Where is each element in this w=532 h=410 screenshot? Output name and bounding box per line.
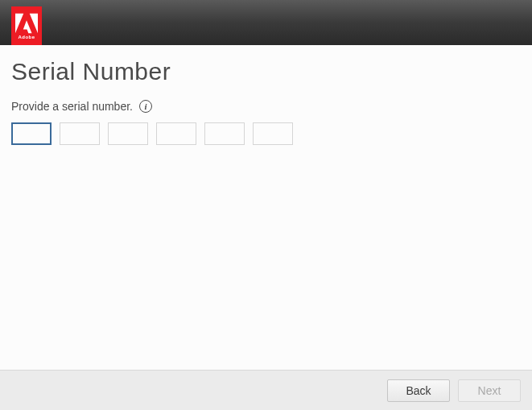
prompt-row: Provide a serial number. [11,100,521,113]
main-content: Serial Number Provide a serial number. [0,45,532,145]
info-icon[interactable] [139,100,152,113]
serial-field-3[interactable] [108,122,148,145]
page-title: Serial Number [11,58,521,85]
serial-field-2[interactable] [60,122,100,145]
serial-field-5[interactable] [204,122,245,145]
serial-input-group [11,122,521,145]
prompt-text: Provide a serial number. [11,100,133,113]
adobe-a-icon [15,13,38,34]
serial-field-6[interactable] [253,122,293,145]
back-button[interactable]: Back [387,379,450,402]
serial-field-4[interactable] [156,122,196,145]
serial-field-1[interactable] [11,122,52,145]
adobe-logo-text: Adobe [18,35,35,39]
footer-bar: Back Next [0,370,532,410]
adobe-logo: Adobe [11,6,42,45]
next-button[interactable]: Next [458,379,521,402]
header-bar: Adobe [0,0,532,45]
